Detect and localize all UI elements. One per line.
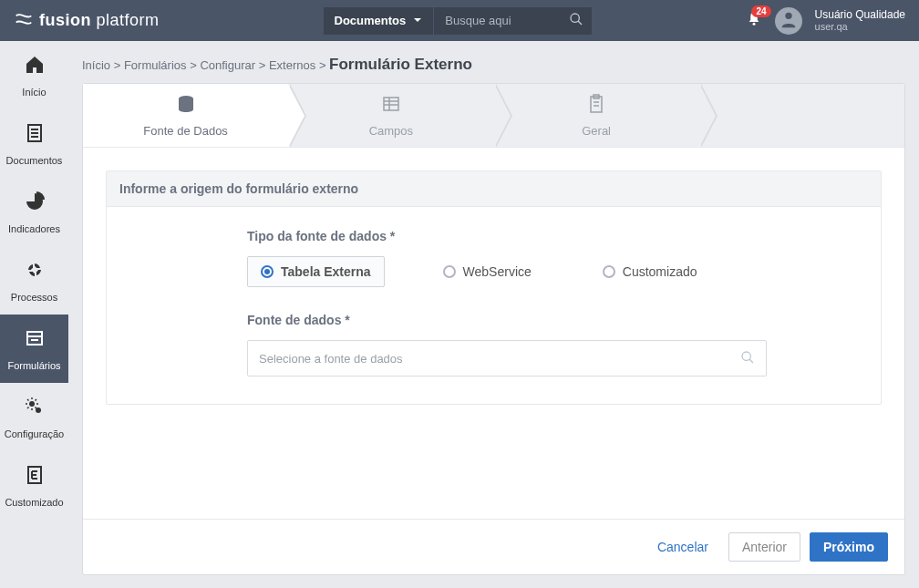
field-type-label: Tipo da fonte de dados * <box>247 229 859 243</box>
svg-point-2 <box>752 22 755 25</box>
user-name: Usuário Qualidade <box>815 8 905 21</box>
sidebar-item-processos[interactable]: Processos <box>0 246 68 315</box>
gears-icon <box>24 396 46 423</box>
step-label: Campos <box>369 124 413 138</box>
sidebar-item-customizado[interactable]: Customizado <box>0 451 68 520</box>
wizard-card: Fonte de Dados Campos Geral <box>82 83 905 575</box>
avatar[interactable] <box>775 7 802 35</box>
breadcrumb-link[interactable]: Formulários <box>124 58 187 72</box>
step-label: Fonte de Dados <box>143 124 228 138</box>
next-button[interactable]: Próximo <box>810 532 888 562</box>
wizard-body: Informe a origem do formulário externo T… <box>83 148 904 519</box>
search-input[interactable] <box>433 7 561 35</box>
panel-title: Informe a origem do formulário externo <box>107 171 881 207</box>
search-icon <box>569 12 583 30</box>
sidebar-item-label: Documentos <box>6 155 63 166</box>
wizard-footer: Cancelar Anterior Próximo <box>83 519 904 574</box>
step-label: Geral <box>582 124 611 138</box>
radio-icon <box>443 265 456 278</box>
header-right: 24 Usuário Qualidade user.qa <box>746 7 905 35</box>
step-campos[interactable]: Campos <box>288 84 493 147</box>
home-icon <box>24 54 46 81</box>
breadcrumb: Início > Formulários > Configurar > Exte… <box>82 50 905 83</box>
user-icon <box>779 9 799 33</box>
wizard-steps: Fonte de Dados Campos Geral <box>83 84 904 148</box>
sidebar-item-indicadores[interactable]: Indicadores <box>0 178 68 246</box>
radio-icon <box>261 265 274 278</box>
select-placeholder: Selecione a fonte de dados <box>259 352 403 366</box>
breadcrumb-link[interactable]: Início <box>82 58 110 72</box>
step-fonte-dados[interactable]: Fonte de Dados <box>83 84 288 147</box>
radio-tabela-externa[interactable]: Tabela Externa <box>247 256 385 287</box>
sidebar: Início Documentos Indicadores Processos … <box>0 41 68 588</box>
app-header: fusion platform Documentos 24 <box>0 0 919 41</box>
sidebar-item-inicio[interactable]: Início <box>0 41 68 109</box>
radio-icon <box>603 265 615 278</box>
radio-label: Customizado <box>623 264 697 279</box>
sidebar-item-configuracao[interactable]: Configuração <box>0 383 68 451</box>
source-select[interactable]: Selecione a fonte de dados <box>247 340 767 377</box>
previous-button[interactable]: Anterior <box>728 532 800 562</box>
database-icon <box>175 93 197 120</box>
sidebar-item-label: Customizado <box>5 497 63 508</box>
breadcrumb-link[interactable]: Externos <box>269 58 315 72</box>
radio-label: Tabela Externa <box>281 264 371 279</box>
search-icon <box>740 350 755 367</box>
svg-rect-19 <box>384 98 398 110</box>
search-button[interactable] <box>561 7 592 35</box>
sidebar-item-label: Indicadores <box>8 223 60 234</box>
logo-text: fusion platform <box>39 11 160 30</box>
sidebar-item-documentos[interactable]: Documentos <box>0 109 68 178</box>
logo[interactable]: fusion platform <box>14 9 160 33</box>
sidebar-item-label: Configuração <box>5 428 64 439</box>
main-content: Início > Formulários > Configurar > Exte… <box>68 41 919 588</box>
process-icon <box>24 259 46 286</box>
custom-icon <box>24 464 46 491</box>
sidebar-item-label: Formulários <box>7 360 60 371</box>
radio-customizado[interactable]: Customizado <box>590 256 710 287</box>
radio-group-tipo: Tabela Externa WebService Customizado <box>247 256 859 287</box>
sidebar-item-formularios[interactable]: Formulários <box>0 315 68 383</box>
svg-point-0 <box>571 14 579 22</box>
panel-body: Tipo da fonte de dados * Tabela Externa … <box>107 207 881 404</box>
notification-badge: 24 <box>751 5 770 17</box>
cancel-button[interactable]: Cancelar <box>646 534 719 560</box>
sidebar-item-label: Início <box>22 87 46 98</box>
logo-icon <box>14 9 34 33</box>
user-login: user.qa <box>815 21 905 33</box>
user-info[interactable]: Usuário Qualidade user.qa <box>815 8 905 34</box>
layout: Início Documentos Indicadores Processos … <box>0 41 919 588</box>
radio-webservice[interactable]: WebService <box>430 256 544 287</box>
search-type-label: Documentos <box>335 14 407 27</box>
panel: Informe a origem do formulário externo T… <box>106 170 882 405</box>
step-placeholder <box>699 84 904 147</box>
breadcrumb-current: Formulário Externo <box>329 56 472 73</box>
clipboard-icon <box>585 93 607 120</box>
notifications-button[interactable]: 24 <box>746 11 762 31</box>
caret-down-icon <box>413 14 422 27</box>
fields-icon <box>380 93 402 120</box>
step-geral[interactable]: Geral <box>494 84 699 147</box>
svg-line-1 <box>578 21 582 25</box>
document-icon <box>24 122 46 150</box>
svg-point-27 <box>742 352 750 360</box>
sidebar-item-label: Processos <box>11 292 57 303</box>
search-area: Documentos <box>324 7 593 35</box>
radio-label: WebService <box>463 264 532 279</box>
svg-rect-8 <box>27 332 42 345</box>
field-source-label: Fonte de dados * <box>247 313 859 327</box>
breadcrumb-link[interactable]: Configurar <box>200 58 255 72</box>
search-type-dropdown[interactable]: Documentos <box>324 7 434 35</box>
form-icon <box>24 327 46 355</box>
svg-point-11 <box>29 401 35 407</box>
chart-icon <box>24 191 46 218</box>
svg-point-3 <box>785 12 791 18</box>
svg-line-28 <box>749 359 753 363</box>
